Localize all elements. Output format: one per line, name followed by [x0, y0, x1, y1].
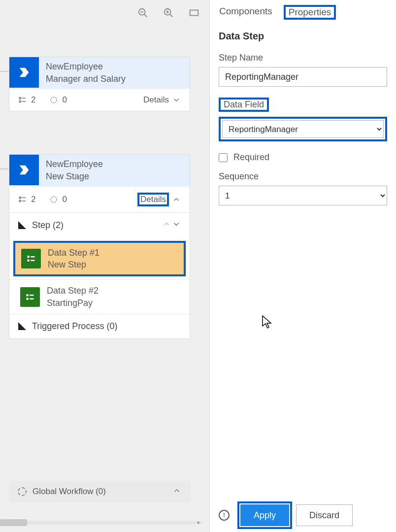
stage-steps-count: 2 [31, 95, 35, 105]
svg-point-12 [51, 97, 57, 103]
data-step-row[interactable]: Data Step #2 StartingPay [9, 279, 190, 314]
data-field-select-wrap: ReportingManager [219, 117, 387, 141]
steps-icon [18, 96, 27, 104]
stage-connector [0, 71, 9, 72]
stage-chevron-icon [9, 57, 39, 88]
step-subtitle: StartingPay [47, 297, 99, 309]
properties-section-title: Data Step [219, 31, 387, 42]
process-spinner-icon [18, 487, 27, 496]
svg-line-1 [144, 14, 147, 17]
details-label: Details [137, 193, 169, 206]
svg-rect-7 [190, 10, 198, 16]
svg-rect-23 [30, 295, 33, 296]
svg-rect-24 [27, 298, 29, 299]
tab-components[interactable]: Components [219, 5, 273, 20]
stage-name: Manager and Salary [46, 73, 126, 85]
steps-section-header[interactable]: Step (2) [9, 213, 190, 238]
data-step-row-selected[interactable]: Data Step #1 New Step [13, 241, 186, 277]
panel-footer: ! Apply Discard [210, 504, 396, 526]
stage-header: NewEmployee Manager and Salary [9, 57, 190, 89]
svg-marker-26 [198, 521, 199, 525]
data-step-icon [21, 249, 41, 268]
chevron-up-icon [172, 195, 181, 204]
process-spinner-icon [49, 96, 58, 104]
stage-spinner-count: 0 [62, 95, 66, 105]
stage-steps-count: 2 [31, 195, 35, 204]
svg-rect-10 [19, 100, 21, 102]
scroll-right-icon[interactable] [195, 519, 202, 526]
step-subtitle: New Step [48, 259, 99, 270]
sequence-select[interactable]: 1 [219, 186, 387, 205]
properties-panel: Components Properties Data Step Step Nam… [209, 0, 396, 532]
global-workflow-bar[interactable]: Global Workflow (0) [9, 481, 190, 502]
stage-details-toggle[interactable]: Details [143, 95, 181, 105]
required-label: Required [233, 152, 269, 163]
mouse-cursor-icon [262, 315, 272, 329]
stage-card[interactable]: NewEmployee Manager and Salary 2 0 Detai… [9, 57, 190, 111]
svg-rect-18 [28, 256, 30, 258]
chevron-down-icon [172, 96, 181, 104]
step-title: Data Step #2 [47, 285, 99, 297]
data-field-label: Data Field [219, 98, 269, 112]
zoom-out-icon[interactable] [137, 7, 148, 18]
svg-rect-19 [31, 256, 34, 258]
svg-rect-25 [30, 298, 33, 299]
svg-line-4 [170, 14, 173, 17]
canvas-toolbar [137, 7, 199, 18]
stage-entity: NewEmployee [46, 159, 103, 170]
fit-to-screen-icon[interactable] [189, 7, 199, 18]
move-up-icon[interactable] [162, 220, 171, 231]
required-checkbox[interactable] [219, 153, 228, 162]
stage-connector [0, 168, 9, 169]
svg-rect-22 [27, 294, 29, 296]
stage-header: NewEmployee New Stage [9, 155, 190, 187]
stage-expanded-body: Step (2) Data Step #1 New Step [9, 212, 190, 338]
horizontal-scrollbar[interactable] [0, 519, 202, 526]
svg-rect-21 [31, 260, 34, 262]
stage-spinner-count: 0 [62, 195, 66, 204]
chevron-up-icon [172, 486, 181, 498]
collapse-triangle-icon [18, 322, 26, 330]
tab-properties[interactable]: Properties [284, 5, 336, 20]
scrollbar-thumb[interactable] [0, 519, 27, 526]
apply-button[interactable]: Apply [240, 504, 289, 526]
data-field-select[interactable]: ReportingManager [222, 120, 384, 138]
stage-card[interactable]: NewEmployee New Stage 2 0 Details [9, 154, 190, 339]
move-down-icon[interactable] [172, 220, 181, 231]
zoom-in-icon[interactable] [163, 7, 174, 18]
svg-rect-8 [19, 98, 21, 99]
stage-entity: NewEmployee [46, 61, 126, 72]
details-label: Details [143, 95, 169, 105]
stage-footer: 2 0 Details [9, 187, 190, 212]
reorder-arrows [162, 220, 181, 231]
svg-rect-13 [19, 197, 21, 199]
triggered-process-section[interactable]: Triggered Process (0) [9, 314, 190, 338]
stage-details-toggle[interactable]: Details [137, 193, 181, 206]
data-step-icon [20, 287, 40, 307]
sequence-label: Sequence [219, 171, 387, 182]
collapse-triangle-icon [18, 221, 26, 229]
svg-rect-15 [19, 200, 21, 201]
stage-name: New Stage [46, 171, 103, 182]
steps-icon [18, 195, 27, 204]
panel-tabs: Components Properties [210, 0, 396, 20]
global-workflow-label: Global Workflow (0) [33, 487, 106, 497]
scrollbar-track [0, 521, 202, 524]
process-spinner-icon [49, 195, 58, 204]
svg-point-17 [51, 197, 57, 202]
designer-canvas: NewEmployee Manager and Salary 2 0 Detai… [0, 0, 209, 532]
stage-footer: 2 0 Details [9, 89, 190, 111]
triggered-process-label: Triggered Process (0) [32, 321, 117, 332]
discard-button[interactable]: Discard [296, 504, 353, 526]
step-name-label: Step Name [219, 53, 387, 63]
step-name-input[interactable] [219, 67, 387, 87]
steps-header-label: Step (2) [32, 220, 64, 231]
step-title: Data Step #1 [48, 247, 99, 259]
stage-chevron-icon [9, 155, 39, 185]
svg-rect-20 [28, 260, 30, 262]
info-icon[interactable]: ! [219, 510, 230, 521]
